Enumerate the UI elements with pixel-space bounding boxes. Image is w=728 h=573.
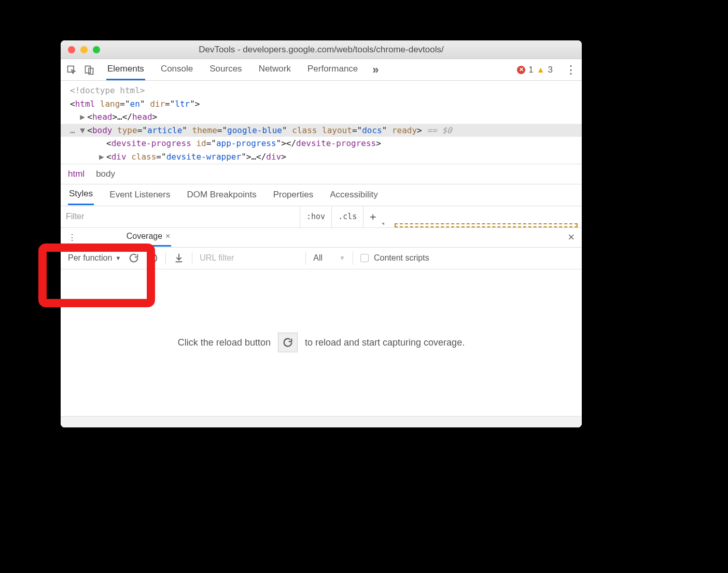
error-badge-icon[interactable]: ✕ (517, 66, 525, 74)
statusbar (61, 416, 582, 427)
drawer-tab-coverage[interactable]: Coverage × (125, 228, 172, 247)
error-count: 1 (528, 65, 533, 75)
drawer-tab-close-icon[interactable]: × (165, 232, 170, 241)
more-menu-icon[interactable]: ⋮ (565, 63, 577, 77)
subtab-styles[interactable]: Styles (68, 184, 94, 205)
reload-icon (282, 337, 293, 348)
drawer-tabbar: ⋮ Console Coverage × × (61, 228, 582, 248)
dom-tree[interactable]: <!doctype html> <html lang="en" dir="ltr… (61, 81, 582, 164)
subtab-dom-breakpoints[interactable]: DOM Breakpoints (186, 185, 257, 205)
inspect-element-icon[interactable] (64, 62, 79, 78)
coverage-toolbar: Per function ▼ All ▼ Content scripts (61, 248, 582, 269)
devsite-wrapper-line[interactable]: ▶<div class="devsite-wrapper">…</div> (70, 150, 582, 164)
titlebar: DevTools - developers.google.com/web/too… (61, 40, 582, 59)
svg-rect-1 (86, 66, 91, 73)
device-toggle-icon[interactable] (81, 62, 97, 78)
coverage-filter-label: All (313, 253, 323, 263)
cls-toggle[interactable]: .cls (332, 206, 363, 227)
body-line[interactable]: … ▼<body type="article" theme="google-bl… (61, 124, 582, 137)
separator (305, 251, 306, 265)
crumb-html[interactable]: html (68, 169, 85, 179)
window-zoom-button[interactable] (93, 46, 100, 53)
coverage-empty-state: Click the reload button to reload and st… (61, 269, 582, 416)
status-badges: ✕ 1 ▲ 3 ⋮ (517, 63, 579, 77)
content-scripts-toggle[interactable]: Content scripts (360, 253, 429, 263)
drawer-menu-icon[interactable]: ⋮ (68, 233, 76, 242)
tab-elements[interactable]: Elements (106, 60, 145, 80)
window-close-button[interactable] (68, 46, 75, 53)
devsite-progress-line[interactable]: <devsite-progress id="app-progress"></de… (70, 137, 582, 150)
url-filter-input[interactable] (200, 253, 298, 263)
drawer-close-icon[interactable]: × (568, 231, 575, 244)
coverage-type-label: Per function (68, 253, 112, 263)
new-style-rule-button[interactable]: + (363, 206, 382, 227)
content-scripts-label: Content scripts (374, 253, 429, 263)
coverage-message-pre: Click the reload button (178, 337, 271, 348)
styles-tabbar: Styles Event Listeners DOM Breakpoints P… (61, 184, 582, 206)
devtools-window: DevTools - developers.google.com/web/too… (61, 40, 582, 427)
window-title: DevTools - developers.google.com/web/too… (61, 45, 582, 55)
tab-console[interactable]: Console (160, 60, 194, 80)
tab-network[interactable]: Network (258, 60, 292, 80)
warning-count: 3 (548, 65, 553, 75)
head-line[interactable]: ▶<head>…</head> (70, 110, 582, 124)
styles-filter-row: :hov .cls + (61, 206, 582, 228)
styles-filter-input[interactable] (61, 206, 300, 227)
styles-empty-zone (395, 223, 578, 227)
separator (165, 251, 166, 265)
hov-toggle[interactable]: :hov (300, 206, 332, 227)
main-tabbar: Elements Console Sources Network Perform… (61, 59, 582, 81)
crumb-body[interactable]: body (96, 169, 115, 179)
reload-button[interactable] (278, 333, 298, 352)
main-tabs: Elements Console Sources Network Perform… (106, 60, 359, 80)
reload-icon[interactable] (128, 252, 139, 264)
breadcrumb: html body (61, 164, 582, 184)
subtab-accessibility[interactable]: Accessibility (329, 185, 379, 205)
svg-line-4 (150, 255, 156, 261)
tabs-overflow-icon[interactable]: » (372, 63, 379, 77)
dropdown-triangle-icon: ▼ (339, 254, 345, 262)
subtab-event-listeners[interactable]: Event Listeners (108, 185, 171, 205)
clear-icon[interactable] (147, 252, 158, 264)
drawer: ⋮ Console Coverage × × Per function ▼ Al… (61, 228, 582, 427)
html-open-line[interactable]: <html lang="en" dir="ltr"> (70, 97, 582, 111)
coverage-type-select[interactable]: Per function ▼ (68, 253, 121, 263)
coverage-message-post: to reload and start capturing coverage. (305, 337, 465, 348)
window-minimize-button[interactable] (80, 46, 88, 53)
dropdown-triangle-icon: ▼ (115, 255, 121, 261)
svg-rect-0 (68, 66, 74, 72)
tab-performance[interactable]: Performance (306, 60, 359, 80)
tab-sources[interactable]: Sources (208, 60, 243, 80)
separator (353, 251, 353, 265)
drawer-tab-label: Coverage (127, 232, 162, 241)
doctype-line: <!doctype html> (70, 84, 582, 97)
coverage-filter-select[interactable]: All ▼ (313, 253, 345, 263)
subtab-properties[interactable]: Properties (272, 185, 314, 205)
export-icon[interactable] (173, 252, 185, 264)
checkbox-icon[interactable] (360, 254, 369, 262)
warning-badge-icon[interactable]: ▲ (537, 65, 545, 75)
traffic-lights (61, 46, 100, 53)
separator (192, 251, 192, 265)
